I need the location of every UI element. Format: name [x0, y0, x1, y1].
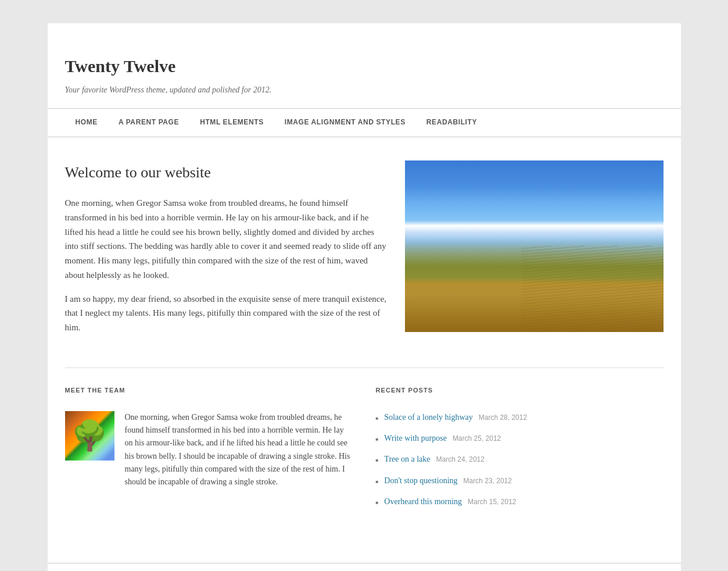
- list-item: Write with purpose March 25, 2012: [376, 432, 664, 445]
- team-widget-content: One morning, when Gregor Samsa woke from…: [65, 411, 353, 489]
- list-item: Overheard this morning March 15, 2012: [376, 495, 664, 508]
- site-title: Twenty Twelve: [65, 52, 681, 80]
- list-item: Don't stop questioning March 23, 2012: [376, 474, 664, 487]
- widgets-area: MEET THE TEAM One morning, when Gregor S…: [65, 386, 664, 540]
- outer-wrapper: Twenty Twelve Your favorite WordPress th…: [0, 0, 728, 571]
- hero-paragraph-1: One morning, when Gregor Samsa woke from…: [65, 196, 388, 283]
- nav-link-html[interactable]: HTML ELEMENTS: [189, 109, 274, 136]
- hero-section: Welcome to our website One morning, when…: [65, 160, 664, 344]
- recent-posts-widget: RECENT POSTS Solace of a lonely highway …: [376, 386, 664, 517]
- team-text: One morning, when Gregor Samsa woke from…: [125, 411, 353, 489]
- site-description: Your favorite WordPress theme, updated a…: [65, 84, 681, 97]
- nav-link-parent[interactable]: A PARENT PAGE: [108, 109, 189, 136]
- team-image: [65, 411, 114, 461]
- nav-item-home[interactable]: HOME: [65, 109, 108, 136]
- post-link-4[interactable]: Don't stop questioning: [384, 474, 457, 487]
- post-link-3[interactable]: Tree on a lake: [384, 453, 430, 466]
- post-link-1[interactable]: Solace of a lonely highway: [384, 411, 472, 424]
- list-item: Tree on a lake March 24, 2012: [376, 453, 664, 466]
- hero-image: [405, 160, 664, 344]
- post-link-2[interactable]: Write with purpose: [384, 432, 447, 445]
- recent-posts-title: RECENT POSTS: [376, 386, 664, 401]
- nav-link-readability[interactable]: READABILITY: [416, 109, 487, 136]
- nav-item-html[interactable]: HTML ELEMENTS: [189, 109, 274, 136]
- hero-text: Welcome to our website One morning, when…: [65, 160, 388, 344]
- post-date-5: March 15, 2012: [468, 497, 516, 508]
- post-date-2: March 25, 2012: [453, 433, 501, 444]
- site-nav: HOME A PARENT PAGE HTML ELEMENTS IMAGE A…: [48, 109, 681, 137]
- nav-item-parent[interactable]: A PARENT PAGE: [108, 109, 189, 136]
- nav-link-image[interactable]: IMAGE ALIGNMENT AND STYLES: [274, 109, 416, 136]
- nav-link-home[interactable]: HOME: [65, 109, 108, 136]
- site-header: Twenty Twelve Your favorite WordPress th…: [48, 52, 681, 109]
- post-date-1: March 28, 2012: [479, 412, 527, 423]
- page-wrapper: Twenty Twelve Your favorite WordPress th…: [48, 23, 681, 571]
- hero-heading: Welcome to our website: [65, 160, 388, 185]
- recent-posts-list: Solace of a lonely highway March 28, 201…: [376, 411, 664, 509]
- site-footer: The Twenty Twelve Theme Create a free we…: [48, 563, 681, 571]
- meet-team-widget: MEET THE TEAM One morning, when Gregor S…: [65, 386, 353, 517]
- section-divider: [65, 367, 664, 368]
- post-date-4: March 23, 2012: [464, 476, 512, 487]
- main-content: Welcome to our website One morning, when…: [48, 137, 681, 563]
- hero-paragraph-2: I am so happy, my dear friend, so absorb…: [65, 292, 388, 335]
- meet-team-title: MEET THE TEAM: [65, 386, 353, 401]
- nav-item-readability[interactable]: READABILITY: [416, 109, 487, 136]
- post-link-5[interactable]: Overheard this morning: [384, 495, 462, 508]
- post-date-3: March 24, 2012: [436, 454, 485, 465]
- hero-image-placeholder: [405, 160, 664, 332]
- nav-item-image[interactable]: IMAGE ALIGNMENT AND STYLES: [274, 109, 416, 136]
- list-item: Solace of a lonely highway March 28, 201…: [376, 411, 664, 424]
